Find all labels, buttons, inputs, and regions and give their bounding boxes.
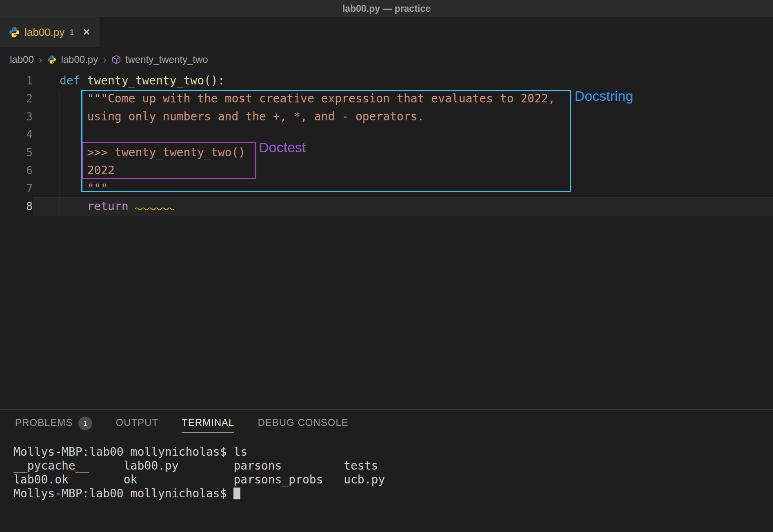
code-line[interactable]: 1def twenty_twenty_two():	[0, 72, 773, 90]
warning-squiggle	[135, 197, 176, 201]
bottom-panel: PROBLEMS1OUTPUTTERMINALDEBUG CONSOLE Mol…	[0, 409, 773, 532]
panel-tab-problems[interactable]: PROBLEMS1	[15, 417, 92, 434]
tab-dirty-count: 1	[69, 27, 74, 37]
code-line[interactable]: 5 >>> twenty_twenty_two()	[0, 144, 773, 162]
code-line[interactable]: 6 2022	[0, 162, 773, 180]
symbol-cube-icon	[111, 55, 121, 64]
panel-tab-output[interactable]: OUTPUT	[116, 417, 158, 433]
line-number: 6	[0, 162, 33, 180]
terminal-output[interactable]: Mollys-MBP:lab00 mollynicholas$ ls__pyca…	[0, 441, 773, 501]
panel-tab-debug-console[interactable]: DEBUG CONSOLE	[258, 417, 348, 433]
panel-tab-label: DEBUG CONSOLE	[258, 417, 348, 433]
code-text: 2022	[33, 162, 773, 180]
window-title: lab00.py — practice	[342, 3, 431, 14]
terminal-line: Mollys-MBP:lab00 mollynicholas$	[13, 487, 773, 501]
editor[interactable]: 1def twenty_twenty_two():2 """Come up wi…	[0, 72, 773, 409]
panel-tab-terminal[interactable]: TERMINAL	[182, 417, 234, 433]
tab-bar: lab00.py 1 ✕	[0, 17, 773, 47]
code-line[interactable]: 3 using only numbers and the +, *, and -…	[0, 108, 773, 126]
terminal-line: lab00.ok ok parsons_probs ucb.py	[13, 473, 773, 487]
panel-tab-label: TERMINAL	[182, 417, 234, 433]
terminal-text: lab00.ok ok parsons_probs ucb.py	[13, 473, 385, 486]
panel-tab-label: OUTPUT	[116, 417, 158, 433]
code-line[interactable]: 2 """Come up with the most creative expr…	[0, 90, 773, 108]
breadcrumb-folder[interactable]: lab00	[10, 54, 34, 65]
panel-tab-label: PROBLEMS	[15, 417, 73, 433]
titlebar: lab00.py — practice	[0, 0, 773, 17]
terminal-line: Mollys-MBP:lab00 mollynicholas$ ls	[13, 445, 773, 459]
code-lines: 1def twenty_twenty_two():2 """Come up wi…	[0, 72, 773, 215]
terminal-text: Mollys-MBP:lab00 mollynicholas$ ls	[13, 445, 247, 459]
terminal-cursor	[233, 488, 240, 499]
line-number: 7	[0, 180, 33, 197]
code-text	[33, 126, 773, 144]
python-icon	[8, 26, 20, 38]
line-number: 4	[0, 126, 33, 144]
chevron-right-icon: ›	[38, 53, 43, 66]
breadcrumb-file[interactable]: lab00.py	[61, 54, 98, 65]
code-text: def twenty_twenty_two():	[33, 72, 773, 90]
python-icon	[47, 55, 57, 64]
code-text: >>> twenty_twenty_two()	[33, 144, 773, 162]
line-number: 2	[0, 90, 33, 108]
code-text: """Come up with the most creative expres…	[33, 90, 773, 108]
code-line[interactable]: 7 """	[0, 180, 773, 197]
line-number: 5	[0, 144, 33, 162]
breadcrumb: lab00 › lab00.py › twenty_twenty_two	[0, 47, 773, 72]
code-line[interactable]: 8 return	[0, 197, 773, 215]
breadcrumb-symbol[interactable]: twenty_twenty_two	[125, 54, 208, 65]
tab-lab00[interactable]: lab00.py 1 ✕	[0, 17, 100, 47]
terminal-text: __pycache__ lab00.py parsons tests	[13, 459, 378, 472]
code-line[interactable]: 4	[0, 126, 773, 144]
line-number: 8	[0, 197, 33, 215]
chevron-right-icon: ›	[102, 53, 107, 66]
panel-tab-bar: PROBLEMS1OUTPUTTERMINALDEBUG CONSOLE	[0, 410, 773, 441]
code-text: return	[33, 197, 773, 215]
line-number: 1	[0, 72, 33, 90]
close-icon[interactable]: ✕	[82, 27, 91, 38]
code-text: """	[33, 180, 773, 197]
problems-count-badge: 1	[78, 417, 92, 430]
terminal-line: __pycache__ lab00.py parsons tests	[13, 459, 773, 473]
line-number: 3	[0, 108, 33, 126]
code-text: using only numbers and the +, *, and - o…	[33, 108, 773, 126]
terminal-text: Mollys-MBP:lab00 mollynicholas$	[13, 487, 233, 500]
vscode-window: lab00.py — practice lab00.py 1 ✕ lab00 ›…	[0, 0, 773, 532]
tab-label: lab00.py	[24, 26, 64, 39]
